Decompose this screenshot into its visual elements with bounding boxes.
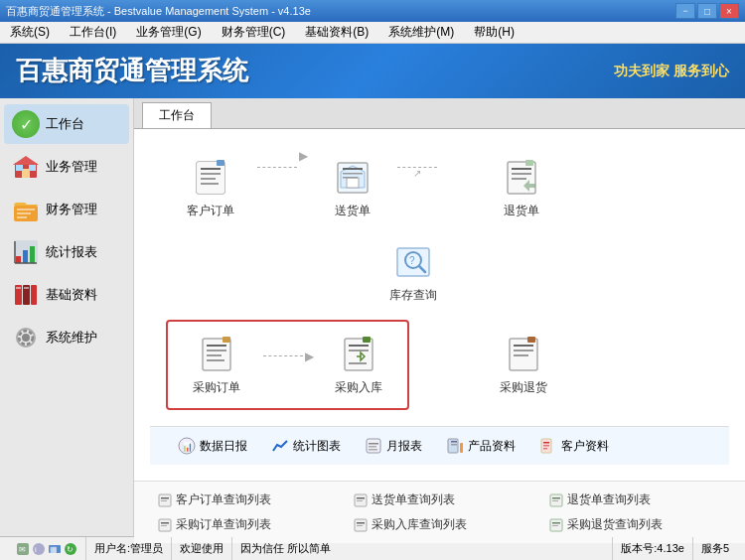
- shortcut-stats-chart[interactable]: 统计图表: [263, 433, 349, 459]
- svg-rect-64: [369, 443, 378, 445]
- svg-rect-45: [207, 345, 226, 347]
- tab-bar: 工作台: [134, 98, 745, 129]
- query-link-1[interactable]: 送货单查询列表: [350, 490, 529, 510]
- app-header: 百惠商贸通管理系统 功夫到家 服务到心: [0, 44, 745, 98]
- svg-rect-92: [552, 525, 558, 526]
- sidebar-label-finance: 财务管理: [46, 201, 97, 218]
- query-link-4[interactable]: 采购入库查询列表: [350, 514, 529, 535]
- content-area: 工作台: [134, 98, 745, 536]
- chart-icon: [12, 238, 40, 266]
- purchase-in-icon: [338, 334, 379, 375]
- icon-delivery[interactable]: 送货单: [308, 149, 397, 227]
- books-icon: [12, 281, 40, 309]
- sidebar-label-system: 系统维护: [46, 329, 97, 347]
- svg-marker-1: [13, 156, 39, 165]
- svg-rect-2: [22, 169, 30, 178]
- svg-rect-65: [369, 446, 376, 448]
- sidebar-item-base[interactable]: 基础资料: [4, 275, 129, 315]
- status-welcome: 欢迎使用: [172, 537, 232, 560]
- query-link-icon-5: [549, 518, 563, 532]
- customer-order-label: 客户订单: [187, 203, 234, 219]
- query-link-icon-1: [354, 493, 368, 507]
- svg-text:▦: ▦: [50, 545, 58, 554]
- menu-workbench[interactable]: 工作台(I): [64, 22, 122, 43]
- minimize-button[interactable]: －: [675, 3, 695, 19]
- menu-system[interactable]: 系统(S): [4, 22, 56, 43]
- return-goods-icon: [501, 157, 542, 199]
- shortcut-monthly-report[interactable]: 月报表: [357, 433, 430, 459]
- query-link-2[interactable]: 退货单查询列表: [545, 490, 725, 510]
- menu-maintenance[interactable]: 系统维护(M): [382, 22, 460, 43]
- icon-purchase-return[interactable]: 采购退货: [479, 326, 568, 404]
- status-bar: ✉ i ▦ ↻ 用户名:管理员 欢迎使用 因为信任 所以简单 版本号:4.13e…: [0, 536, 745, 560]
- menu-help[interactable]: 帮助(H): [468, 22, 521, 43]
- sidebar-label-workbench: 工作台: [46, 115, 84, 133]
- status-version: 版本号:4.13e: [613, 537, 693, 560]
- icon-purchase-in[interactable]: 采购入库: [314, 326, 403, 404]
- window-controls: － □ ×: [675, 3, 739, 19]
- svg-rect-56: [514, 345, 533, 347]
- svg-rect-49: [223, 337, 230, 343]
- svg-rect-36: [512, 168, 531, 170]
- query-link-5[interactable]: 采购退货查询列表: [545, 514, 725, 535]
- query-link-icon-3: [158, 518, 172, 532]
- query-link-label-5: 采购退货查询列表: [567, 516, 663, 533]
- sidebar-item-workbench[interactable]: ✓ 工作台: [4, 104, 129, 144]
- sidebar-item-reports[interactable]: 统计报表: [4, 232, 129, 272]
- svg-text:i: i: [35, 545, 37, 554]
- svg-rect-59: [527, 337, 535, 343]
- svg-rect-26: [201, 173, 221, 175]
- main-layout: ✓ 工作台 业务管理: [0, 98, 745, 536]
- icon-purchase-order[interactable]: 采购订单: [172, 326, 261, 404]
- query-link-icon-0: [158, 493, 172, 507]
- query-section: 客户订单查询列表 送货单查询列表 退货单查询列表 采购订单查询列表 采购入库查询…: [134, 481, 745, 543]
- menu-finance[interactable]: 财务管理(C): [216, 22, 292, 43]
- status-icon-2: i: [32, 542, 46, 556]
- restore-button[interactable]: □: [697, 3, 717, 19]
- query-link-3[interactable]: 采购订单查询列表: [154, 514, 334, 535]
- svg-point-20: [22, 334, 30, 342]
- svg-rect-25: [201, 168, 221, 170]
- shortcut-customer-info-label: 客户资料: [561, 438, 609, 455]
- product-info-icon: [446, 437, 464, 455]
- tab-workbench[interactable]: 工作台: [142, 102, 212, 128]
- svg-rect-46: [207, 350, 226, 351]
- svg-rect-88: [357, 522, 365, 524]
- query-link-0[interactable]: 客户订单查询列表: [154, 490, 334, 510]
- sidebar-item-business[interactable]: 业务管理: [4, 147, 129, 187]
- svg-rect-79: [357, 497, 365, 499]
- svg-rect-53: [349, 362, 367, 364]
- icon-return-goods[interactable]: 退货单: [477, 149, 566, 227]
- icon-customer-order[interactable]: 客户订单: [166, 149, 255, 227]
- menu-business[interactable]: 业务管理(G): [130, 22, 207, 43]
- data-daily-icon: 📊: [178, 437, 196, 455]
- svg-text:✉: ✉: [19, 545, 26, 554]
- menu-base[interactable]: 基础资料(B): [299, 22, 374, 43]
- purchase-return-icon: [503, 334, 544, 375]
- app-slogan: 功夫到家 服务到心: [614, 63, 729, 80]
- shortcut-data-daily[interactable]: 📊 数据日报: [170, 433, 255, 459]
- svg-rect-31: [347, 178, 359, 188]
- svg-rect-4: [29, 165, 36, 171]
- svg-rect-58: [514, 354, 528, 356]
- sidebar-item-system[interactable]: 系统维护: [4, 318, 129, 357]
- monthly-report-icon: [365, 437, 382, 455]
- shortcut-data-daily-label: 数据日报: [200, 438, 247, 455]
- sidebar-item-finance[interactable]: 财务管理: [4, 190, 129, 229]
- svg-rect-34: [343, 177, 358, 179]
- delivery-label: 送货单: [335, 203, 371, 219]
- shortcut-product-info[interactable]: 产品资料: [438, 433, 523, 459]
- svg-rect-10: [16, 256, 21, 263]
- svg-rect-89: [357, 525, 363, 526]
- purchase-order-label: 采购订单: [193, 379, 240, 396]
- close-button[interactable]: ×: [719, 3, 739, 19]
- sidebar-label-reports: 统计报表: [46, 243, 97, 261]
- svg-rect-32: [343, 168, 363, 170]
- icon-inventory-query[interactable]: ? 库存查询: [369, 233, 458, 312]
- svg-text:↻: ↻: [67, 545, 74, 554]
- shortcut-product-info-label: 产品资料: [468, 438, 516, 455]
- shortcut-customer-info[interactable]: 客户资料: [531, 433, 617, 459]
- svg-rect-38: [512, 178, 526, 180]
- stats-chart-icon: [271, 437, 289, 455]
- svg-rect-70: [460, 443, 463, 453]
